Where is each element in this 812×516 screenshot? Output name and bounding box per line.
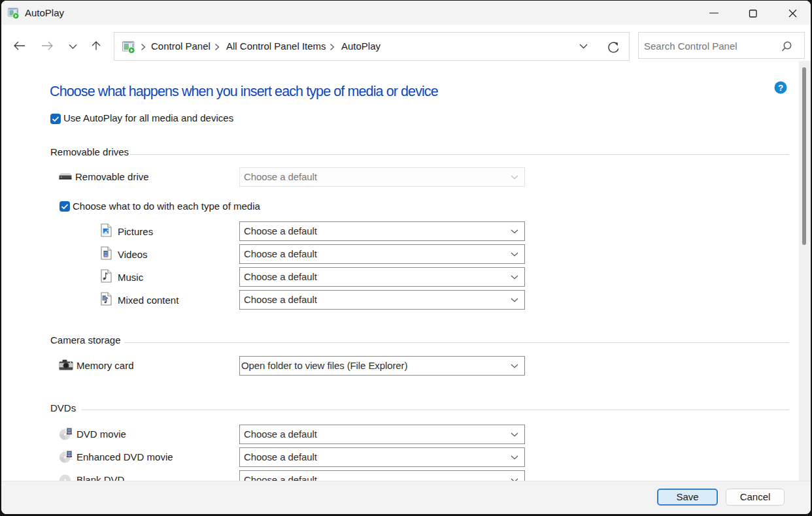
svg-text:?: ? xyxy=(778,83,783,93)
